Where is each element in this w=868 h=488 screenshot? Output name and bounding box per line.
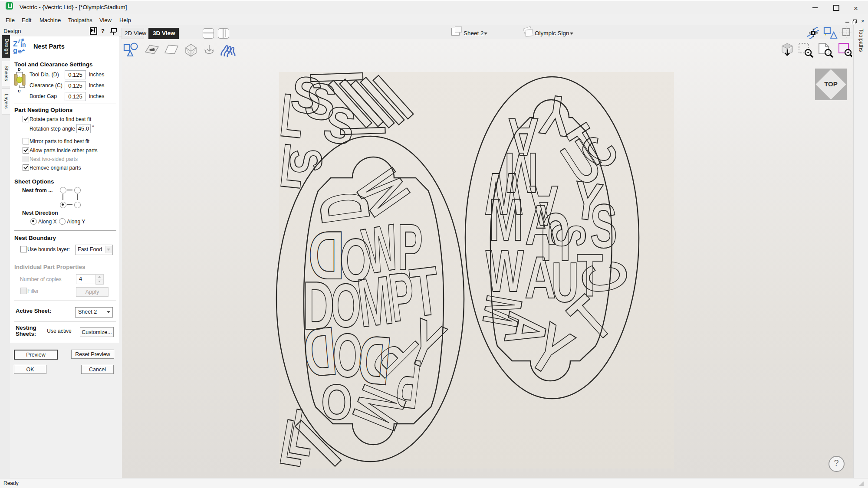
svg-text:D: D — [18, 67, 21, 72]
svg-text:C: C — [18, 89, 21, 93]
svg-text:S: S — [280, 147, 332, 175]
